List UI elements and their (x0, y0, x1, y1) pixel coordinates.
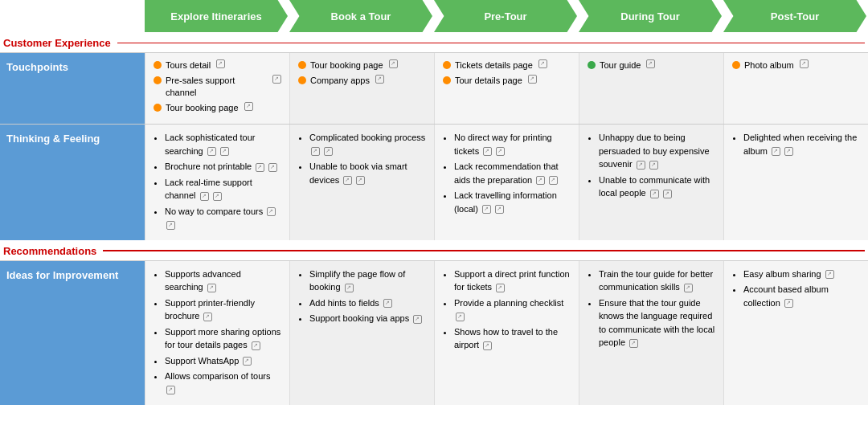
touchpoints-cell-1: Tour booking page Company apps (289, 53, 434, 124)
link-icon[interactable] (389, 59, 398, 68)
link-icon[interactable] (482, 205, 491, 214)
link-icon[interactable] (549, 176, 558, 185)
dot-orange (154, 76, 162, 84)
touchpoint-text: Tour guide (600, 59, 641, 71)
link-icon[interactable] (356, 176, 365, 185)
thinking-item: Lack sophisticated tour searching (165, 131, 281, 157)
dot-orange (154, 61, 162, 69)
link-icon[interactable] (345, 284, 354, 292)
link-icon[interactable] (800, 59, 809, 68)
link-icon[interactable] (483, 341, 492, 350)
link-icon[interactable] (538, 59, 547, 68)
ideas-item: Shows how to travel to the airport (454, 325, 571, 352)
customer-experience-label: Customer Experience (0, 32, 868, 52)
dot-orange (154, 104, 162, 112)
touchpoint-item: Tour details page (443, 75, 571, 86)
phase-header: Explore ItinerariesBook a TourPre-TourDu… (145, 0, 868, 32)
link-icon[interactable] (311, 147, 320, 156)
dot-green (588, 61, 596, 69)
link-icon[interactable] (663, 190, 672, 198)
link-icon[interactable] (784, 147, 793, 156)
thinking-item: Lack travelling information (local) (454, 189, 571, 215)
link-icon[interactable] (784, 299, 793, 308)
thinking-item: Delighted when receiving the album (743, 131, 860, 157)
touchpoint-text: Tour booking page (166, 102, 239, 113)
touchpoint-item: Tour booking page (298, 59, 426, 71)
phase-arrow-3: During Tour (579, 0, 722, 32)
link-icon[interactable] (637, 161, 645, 170)
ideas-item: Train the tour guide for better communic… (599, 268, 715, 294)
touchpoint-text: Pre-sales support channel (166, 75, 267, 98)
link-icon[interactable] (256, 163, 264, 172)
link-icon[interactable] (207, 284, 216, 292)
touchpoint-item: Tickets details page (443, 59, 571, 71)
link-icon[interactable] (646, 59, 655, 68)
thinking-item: Complicated booking process (309, 131, 426, 157)
touchpoint-text: Photo album (744, 59, 794, 71)
link-icon[interactable] (213, 192, 222, 201)
link-icon[interactable] (536, 176, 545, 185)
link-icon[interactable] (684, 284, 693, 292)
touchpoints-label: Touchpoints (0, 53, 145, 124)
link-icon[interactable] (483, 147, 492, 156)
link-icon[interactable] (252, 341, 260, 350)
ideas-cell-0: Supports advanced searching Support prin… (145, 261, 289, 406)
touchpoints-cell-4: Photo album (723, 53, 868, 124)
link-icon[interactable] (267, 207, 276, 216)
link-icon[interactable] (772, 147, 780, 156)
ideas-cell-4: Easy album sharing Account based album c… (723, 261, 868, 406)
link-icon[interactable] (375, 75, 384, 84)
touchpoint-item: Company apps (298, 75, 426, 86)
dot-orange (298, 76, 306, 84)
touchpoints-cell-0: Tours detail Pre-sales support channel T… (145, 53, 289, 124)
link-icon[interactable] (629, 339, 638, 348)
link-icon[interactable] (495, 205, 504, 214)
link-icon[interactable] (166, 221, 175, 230)
link-icon[interactable] (456, 313, 465, 321)
link-icon[interactable] (496, 284, 505, 292)
link-icon[interactable] (216, 59, 225, 68)
ideas-item: Ensure that the tour guide knows the lan… (599, 296, 715, 349)
link-icon[interactable] (650, 190, 659, 198)
thinking-item: No direct way for printing tickets (454, 131, 571, 157)
ideas-item: Account based album collection (743, 283, 860, 309)
ideas-cells: Supports advanced searching Support prin… (145, 261, 868, 406)
ideas-item: Support more sharing options for tour de… (165, 325, 281, 352)
link-icon[interactable] (268, 163, 277, 172)
link-icon[interactable] (243, 357, 252, 366)
ideas-item: Simplify the page flow of booking (309, 268, 426, 294)
link-icon[interactable] (166, 386, 175, 394)
touchpoint-item: Tour booking page (154, 102, 281, 113)
thinking-item: Unable to book via smart devices (309, 160, 426, 186)
phase-arrow-2: Pre-Tour (434, 0, 577, 32)
ideas-cell-1: Simplify the page flow of booking Add hi… (289, 261, 434, 406)
thinking-item: Unhappy due to being persuaded to buy ex… (599, 131, 715, 171)
ideas-item: Support printer-friendly brochure (165, 296, 281, 323)
touchpoint-item: Tour guide (588, 59, 715, 71)
link-icon[interactable] (496, 147, 505, 156)
thinking-cell-4: Delighted when receiving the album (723, 125, 868, 240)
thinking-item: No way to compare tours (165, 205, 281, 231)
link-icon[interactable] (343, 176, 352, 185)
link-icon[interactable] (244, 102, 253, 111)
touchpoint-text: Tour details page (455, 75, 522, 86)
link-icon[interactable] (528, 75, 537, 84)
ideas-item: Provide a planning checklist (454, 296, 571, 323)
link-icon[interactable] (383, 299, 392, 308)
link-icon[interactable] (272, 75, 281, 84)
link-icon[interactable] (200, 192, 209, 201)
touchpoint-text: Tour booking page (310, 59, 383, 71)
touchpoints-row: Touchpoints Tours detail Pre-sales suppo… (0, 52, 868, 124)
link-icon[interactable] (825, 270, 834, 279)
phase-arrow-1: Book a Tour (289, 0, 432, 32)
link-icon[interactable] (220, 147, 229, 156)
dot-orange (298, 61, 306, 69)
thinking-cell-1: Complicated booking process Unable to bo… (289, 125, 434, 240)
link-icon[interactable] (203, 313, 212, 321)
touchpoint-item: Pre-sales support channel (154, 75, 281, 98)
link-icon[interactable] (207, 147, 216, 156)
link-icon[interactable] (649, 161, 658, 170)
link-icon[interactable] (413, 315, 422, 324)
link-icon[interactable] (324, 147, 333, 156)
touchpoint-text: Tours detail (166, 59, 211, 71)
